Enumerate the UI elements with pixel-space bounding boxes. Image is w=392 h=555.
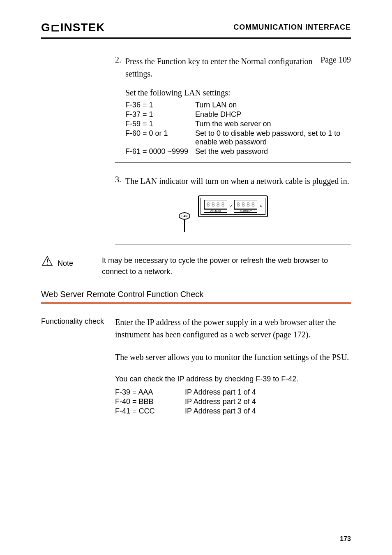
digit-icon: 8 xyxy=(236,201,240,208)
current-display: 8 8 8 8 CURRENT xyxy=(234,200,257,213)
lcd-display-diagram: 8 8 8 8 VOLTAGE V 8 8 8 8 CURRENT xyxy=(171,195,295,232)
segment-digits: 8 8 8 8 xyxy=(234,200,257,209)
horizontal-divider xyxy=(115,162,351,163)
step-text: The LAN indicator will turn on when a ne… xyxy=(125,175,351,187)
callout-line-icon xyxy=(184,220,185,232)
setting-value: Set the web password xyxy=(195,147,351,156)
ip-address-block: You can check the IP address by checking… xyxy=(115,374,351,416)
setting-value: Turn LAN on xyxy=(195,101,351,109)
ip-row: F-39 = AAA IP Address part 1 of 4 xyxy=(115,388,351,397)
ip-value: IP Address part 2 of 4 xyxy=(185,397,256,406)
setting-key: F-61 = 0000 ~9999 xyxy=(125,147,195,156)
digit-icon: 8 xyxy=(221,201,225,208)
note-block: Note It may be necessary to cycle the po… xyxy=(41,255,351,277)
page-number: 173 xyxy=(340,535,351,543)
page-section-title: COMMUNICATION INTERFACE xyxy=(233,23,351,32)
functionality-block: Functionality check Enter the IP address… xyxy=(41,316,351,416)
horizontal-divider-light xyxy=(115,244,351,245)
step-number: 2. xyxy=(115,55,125,80)
setting-row: F-37 = 1 Enable DHCP xyxy=(125,110,351,119)
volt-unit: V xyxy=(230,204,232,208)
segment-digits: 8 8 8 8 xyxy=(204,200,227,209)
digit-icon: 8 xyxy=(251,201,255,208)
functionality-para1: Enter the IP address of the power supply… xyxy=(115,316,351,341)
ip-intro: You can check the IP address by checking… xyxy=(115,374,351,385)
section-heading: Web Server Remote Control Function Check xyxy=(41,290,351,304)
digit-icon: 8 xyxy=(206,201,210,208)
setting-row: F-36 = 1 Turn LAN on xyxy=(125,101,351,109)
ip-row: F-40 = BBB IP Address part 2 of 4 xyxy=(115,397,351,406)
step-text: Press the Function key to enter the Norm… xyxy=(125,55,316,80)
setting-row: F-61 = 0000 ~9999 Set the web password xyxy=(125,147,351,156)
step-number: 3. xyxy=(115,175,125,187)
voltage-display: 8 8 8 8 VOLTAGE xyxy=(204,200,227,213)
lan-oval-icon: LAN xyxy=(179,212,190,220)
setting-value: Set to 0 to disable web password, set to… xyxy=(195,129,351,146)
page-header: G⊏INSTEK COMMUNICATION INTERFACE xyxy=(41,21,351,39)
note-label: Note xyxy=(58,259,73,268)
functionality-para2: The web server allows you to monitor the… xyxy=(115,351,351,363)
main-content: 2. Press the Function key to enter the N… xyxy=(41,55,351,416)
ip-key: F-39 = AAA xyxy=(115,388,185,397)
functionality-content: Enter the IP address of the power supply… xyxy=(115,316,351,416)
setting-value: Enable DHCP xyxy=(195,110,351,119)
ip-key: F-41 = CCC xyxy=(115,407,185,416)
setting-key: F-37 = 1 xyxy=(125,110,195,119)
setting-row: F-59 = 1 Turn the web server on xyxy=(125,120,351,128)
setting-row: F-60 = 0 or 1 Set to 0 to disable web pa… xyxy=(125,129,351,146)
note-text: It may be necessary to cycle the power o… xyxy=(102,255,351,277)
digit-icon: 8 xyxy=(241,201,245,208)
setting-key: F-60 = 0 or 1 xyxy=(125,129,195,146)
step-3: 3. The LAN indicator will turn on when a… xyxy=(115,175,351,187)
lan-label: LAN xyxy=(182,215,187,218)
setting-key: F-59 = 1 xyxy=(125,120,195,128)
brand-logo: G⊏INSTEK xyxy=(41,21,105,34)
setting-key: F-36 = 1 xyxy=(125,101,195,109)
setting-value: Turn the web server on xyxy=(195,120,351,128)
settings-intro: Set the following LAN settings: xyxy=(125,88,351,98)
svg-point-1 xyxy=(47,264,48,265)
lan-indicator-callout: LAN xyxy=(179,212,295,232)
page-reference: Page 109 xyxy=(316,55,351,80)
ip-row: F-41 = CCC IP Address part 3 of 4 xyxy=(115,407,351,416)
step-2: 2. Press the Function key to enter the N… xyxy=(115,55,351,80)
functionality-label: Functionality check xyxy=(41,316,115,416)
digit-icon: 8 xyxy=(211,201,215,208)
ip-value: IP Address part 1 of 4 xyxy=(185,388,256,397)
warning-triangle-icon xyxy=(41,255,53,267)
ip-value: IP Address part 3 of 4 xyxy=(185,407,256,416)
amp-unit: A xyxy=(260,204,262,208)
digit-icon: 8 xyxy=(246,201,250,208)
lan-settings-block: Set the following LAN settings: F-36 = 1… xyxy=(125,88,351,156)
ip-key: F-40 = BBB xyxy=(115,397,185,406)
step-instruction: Press the Function key to enter the Norm… xyxy=(125,57,312,78)
digit-icon: 8 xyxy=(216,201,220,208)
